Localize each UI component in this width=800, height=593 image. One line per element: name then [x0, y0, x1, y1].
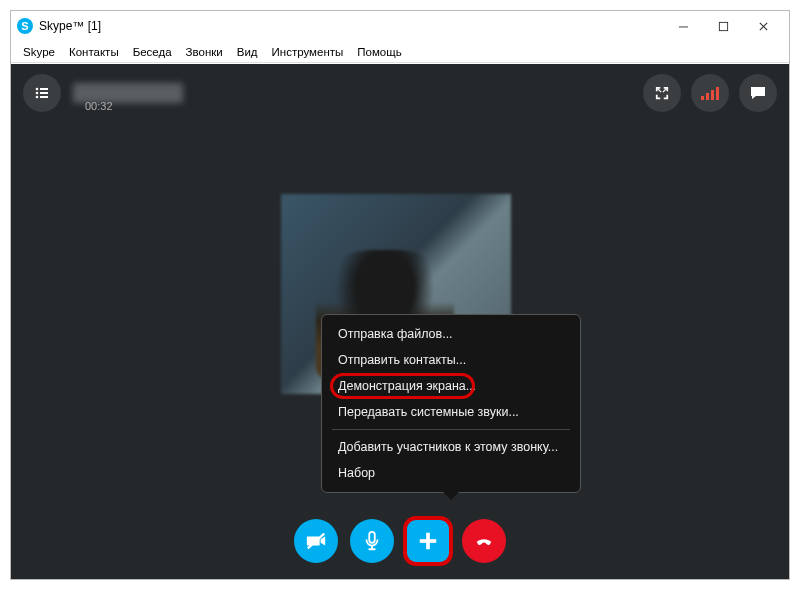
participants-list-button[interactable] [23, 74, 61, 112]
call-topbar: 00:32 [23, 74, 777, 112]
titlebar: S Skype™ [1] [11, 11, 789, 41]
svg-rect-3 [40, 88, 48, 90]
svg-point-2 [36, 88, 39, 91]
menu-conversation[interactable]: Беседа [127, 44, 178, 60]
menu-item-send-contacts[interactable]: Отправить контакты... [322, 347, 580, 373]
camera-toggle-button[interactable] [294, 519, 338, 563]
svg-point-4 [36, 92, 39, 95]
mic-toggle-button[interactable] [350, 519, 394, 563]
menubar: Skype Контакты Беседа Звонки Вид Инструм… [11, 41, 789, 63]
svg-rect-8 [701, 96, 704, 100]
hangup-button[interactable] [462, 519, 506, 563]
call-area: 00:32 Отправка файлов... Отправить конта… [11, 64, 789, 579]
menu-item-system-sounds[interactable]: Передавать системные звуки... [322, 399, 580, 425]
plus-popup-menu: Отправка файлов... Отправить контакты...… [321, 314, 581, 493]
window-title: Skype™ [1] [39, 19, 663, 33]
menu-item-share-screen[interactable]: Демонстрация экрана... [322, 373, 580, 399]
call-controls [11, 519, 789, 563]
menu-separator [332, 429, 570, 430]
menu-calls[interactable]: Звонки [180, 44, 229, 60]
skype-logo-icon: S [17, 18, 33, 34]
svg-rect-10 [711, 90, 714, 100]
svg-rect-9 [706, 93, 709, 100]
svg-rect-0 [678, 26, 687, 27]
svg-point-6 [36, 96, 39, 99]
minimize-button[interactable] [663, 12, 703, 40]
fullscreen-button[interactable] [643, 74, 681, 112]
menu-item-send-files[interactable]: Отправка файлов... [322, 321, 580, 347]
menu-skype[interactable]: Skype [17, 44, 61, 60]
menu-item-add-participants[interactable]: Добавить участников к этому звонку... [322, 434, 580, 460]
svg-rect-11 [716, 87, 719, 100]
menu-tools[interactable]: Инструменты [266, 44, 350, 60]
app-window: S Skype™ [1] Skype Контакты Беседа Звонк… [10, 10, 790, 580]
call-timer: 00:32 [85, 100, 113, 112]
svg-rect-1 [719, 22, 727, 30]
svg-rect-14 [420, 539, 437, 543]
add-plus-button[interactable] [406, 519, 450, 563]
connection-quality-button[interactable] [691, 74, 729, 112]
close-button[interactable] [743, 12, 783, 40]
svg-rect-7 [40, 96, 48, 98]
menu-item-dialpad[interactable]: Набор [322, 460, 580, 486]
menu-contacts[interactable]: Контакты [63, 44, 125, 60]
menu-help[interactable]: Помощь [351, 44, 407, 60]
chat-button[interactable] [739, 74, 777, 112]
maximize-button[interactable] [703, 12, 743, 40]
menu-view[interactable]: Вид [231, 44, 264, 60]
svg-rect-5 [40, 92, 48, 94]
